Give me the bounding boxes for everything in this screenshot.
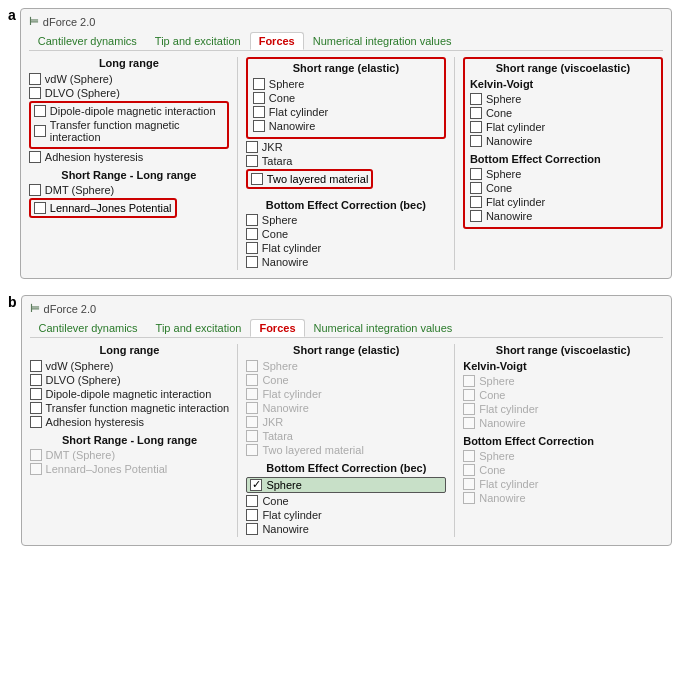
- checkbox-nanowire-elastic-a[interactable]: [253, 120, 265, 132]
- red-box-dipole-a: Dipole-dipole magnetic interaction Trans…: [29, 101, 229, 149]
- panel-a-title: ⊨ dForce 2.0: [29, 15, 663, 28]
- visco-header-b: Short range (viscoelastic): [463, 344, 663, 356]
- tab-a-cantilever[interactable]: Cantilever dynamics: [29, 32, 146, 50]
- checkbox-lennard-a[interactable]: [34, 202, 46, 214]
- tabs-a: Cantilever dynamics Tip and excitation F…: [29, 32, 663, 51]
- checkbox-cone-elastic-a[interactable]: [253, 92, 265, 104]
- divider-1-a: [237, 57, 238, 270]
- checkbox-adhesion-a[interactable]: [29, 151, 41, 163]
- app-title-a: dForce 2.0: [43, 16, 96, 28]
- checkbox-transfer-a[interactable]: [34, 125, 46, 137]
- checkbox-tatara-b[interactable]: [246, 430, 258, 442]
- tab-b-numerical[interactable]: Numerical integration values: [305, 319, 462, 337]
- divider-2-b: [454, 344, 455, 537]
- checkbox-bec-kv-cone-b[interactable]: [463, 464, 475, 476]
- checkbox-adhesion-b[interactable]: [30, 416, 42, 428]
- checkbox-nanowire-elastic-b[interactable]: [246, 402, 258, 414]
- checkbox-kv-flat-a[interactable]: [470, 121, 482, 133]
- bec-visco-header-b: Bottom Effect Correction: [463, 435, 663, 447]
- checkbox-bec-flat-b[interactable]: [246, 509, 258, 521]
- checkbox-bec-kv-sphere-a[interactable]: [470, 168, 482, 180]
- checkbox-bec-flat-elastic-a[interactable]: [246, 242, 258, 254]
- checkbox-cone-elastic-b[interactable]: [246, 374, 258, 386]
- long-range-header-b: Long range: [30, 344, 230, 356]
- checkbox-bec-nano-b[interactable]: [246, 523, 258, 535]
- item-adhesion-a: Adhesion hysteresis: [29, 151, 229, 163]
- checkbox-vdw-a[interactable]: [29, 73, 41, 85]
- visco-header-a: Short range (viscoelastic): [470, 62, 656, 74]
- checkbox-bec-sphere-b[interactable]: [250, 479, 262, 491]
- divider-2-a: [454, 57, 455, 270]
- checkbox-kv-cone-b[interactable]: [463, 389, 475, 401]
- checkbox-bec-kv-flat-a[interactable]: [470, 196, 482, 208]
- checkbox-tatara-a[interactable]: [246, 155, 258, 167]
- checkbox-flat-elastic-b[interactable]: [246, 388, 258, 400]
- bec-elastic-header-b: Bottom Effect Correction (bec): [246, 462, 446, 474]
- tab-a-tip[interactable]: Tip and excitation: [146, 32, 250, 50]
- col-elastic-b: Short range (elastic) Sphere Cone Flat c…: [246, 344, 446, 537]
- col-visco-a: Short range (viscoelastic) Kelvin-Voigt …: [463, 57, 663, 270]
- panel-b-title: ⊨ dForce 2.0: [30, 302, 663, 315]
- figure-a-label: a: [8, 8, 16, 289]
- red-box-lennard-a: Lennard–Jones Potential: [29, 198, 177, 218]
- checkbox-kv-cone-a[interactable]: [470, 107, 482, 119]
- col-long-range-a: Long range vdW (Sphere) DLVO (Sphere): [29, 57, 229, 270]
- checkbox-dipole-b[interactable]: [30, 388, 42, 400]
- kelvin-header-a: Kelvin-Voigt: [470, 78, 656, 90]
- checkbox-twolayer-a[interactable]: [251, 173, 263, 185]
- checkbox-bec-nano-elastic-a[interactable]: [246, 256, 258, 268]
- tab-a-forces[interactable]: Forces: [250, 32, 304, 50]
- dforce-logo-a: ⊨: [29, 15, 39, 28]
- checkbox-kv-flat-b[interactable]: [463, 403, 475, 415]
- checkbox-sphere-elastic-a[interactable]: [253, 78, 265, 90]
- kelvin-header-b: Kelvin-Voigt: [463, 360, 663, 372]
- checkbox-dlvo-a[interactable]: [29, 87, 41, 99]
- checkbox-sphere-elastic-b[interactable]: [246, 360, 258, 372]
- checkbox-jkr-b[interactable]: [246, 416, 258, 428]
- checkbox-bec-kv-nano-b[interactable]: [463, 492, 475, 504]
- divider-1-b: [237, 344, 238, 537]
- checkbox-bec-cone-b[interactable]: [246, 495, 258, 507]
- tab-b-cantilever[interactable]: Cantilever dynamics: [30, 319, 147, 337]
- short-long-header-b: Short Range - Long range: [30, 434, 230, 446]
- item-dlvo-a: DLVO (Sphere): [29, 87, 229, 99]
- checkbox-bec-kv-nano-a[interactable]: [470, 210, 482, 222]
- checkbox-lennard-b[interactable]: [30, 463, 42, 475]
- tab-b-tip[interactable]: Tip and excitation: [147, 319, 251, 337]
- tab-b-forces[interactable]: Forces: [250, 319, 304, 337]
- checkbox-dipole-a[interactable]: [34, 105, 46, 117]
- tab-a-numerical[interactable]: Numerical integration values: [304, 32, 461, 50]
- col-visco-b: Short range (viscoelastic) Kelvin-Voigt …: [463, 344, 663, 537]
- checkbox-transfer-b[interactable]: [30, 402, 42, 414]
- checkbox-twolayer-b[interactable]: [246, 444, 258, 456]
- item-vdw-a: vdW (Sphere): [29, 73, 229, 85]
- checkbox-kv-nano-a[interactable]: [470, 135, 482, 147]
- short-long-header-a: Short Range - Long range: [29, 169, 229, 181]
- checkbox-bec-kv-sphere-b[interactable]: [463, 450, 475, 462]
- checkbox-bec-sphere-elastic-a[interactable]: [246, 214, 258, 226]
- checkbox-flat-elastic-a[interactable]: [253, 106, 265, 118]
- bec-elastic-header-a: Bottom Effect Correction (bec): [246, 199, 446, 211]
- checkbox-bec-cone-elastic-a[interactable]: [246, 228, 258, 240]
- panel-b: ⊨ dForce 2.0 Cantilever dynamics Tip and…: [21, 295, 672, 546]
- long-range-header-a: Long range: [29, 57, 229, 69]
- checkbox-dmt-a[interactable]: [29, 184, 41, 196]
- checkbox-jkr-a[interactable]: [246, 141, 258, 153]
- panel-a-content: Long range vdW (Sphere) DLVO (Sphere): [29, 57, 663, 270]
- checkbox-kv-sphere-b[interactable]: [463, 375, 475, 387]
- item-bec-sphere-checked-b: Sphere: [246, 477, 446, 493]
- figure-b-label: b: [8, 295, 17, 556]
- red-box-elastic-a: Short range (elastic) Sphere Cone F: [246, 57, 446, 139]
- checkbox-dlvo-b[interactable]: [30, 374, 42, 386]
- checkbox-kv-nano-b[interactable]: [463, 417, 475, 429]
- item-dmt-a: DMT (Sphere): [29, 184, 229, 196]
- panel-a: ⊨ dForce 2.0 Cantilever dynamics Tip and…: [20, 8, 672, 279]
- col-elastic-a: Short range (elastic) Sphere Cone F: [246, 57, 446, 270]
- checkbox-dmt-b[interactable]: [30, 449, 42, 461]
- checkbox-bec-kv-flat-b[interactable]: [463, 478, 475, 490]
- bec-visco-header-a: Bottom Effect Correction: [470, 153, 656, 165]
- checkbox-kv-sphere-a[interactable]: [470, 93, 482, 105]
- checkbox-vdw-b[interactable]: [30, 360, 42, 372]
- checkbox-bec-kv-cone-a[interactable]: [470, 182, 482, 194]
- panel-b-content: Long range vdW (Sphere) DLVO (Sphere) Di…: [30, 344, 663, 537]
